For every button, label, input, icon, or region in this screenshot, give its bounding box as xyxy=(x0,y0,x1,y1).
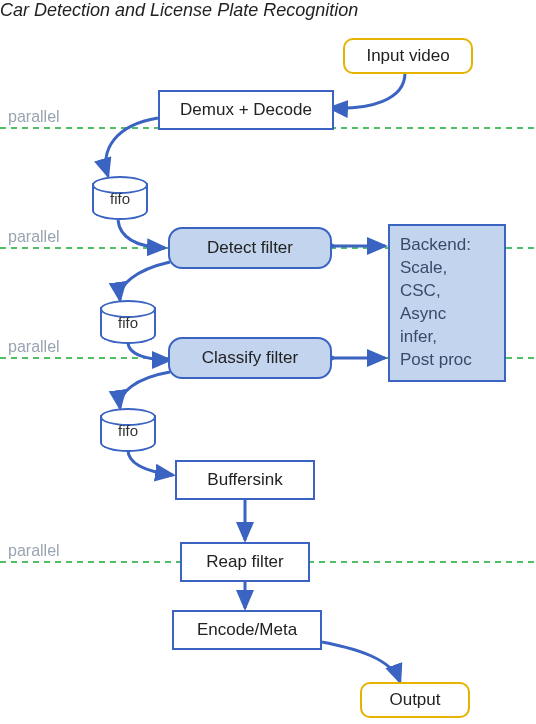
arrow-input-to-demux xyxy=(330,73,405,108)
node-classify-filter: Classify filter xyxy=(168,337,332,379)
diagram-canvas: Car Detection and License Plate Recognit… xyxy=(0,0,536,724)
fifo-label-1: fifo xyxy=(92,190,148,207)
arrow-classify-to-fifo3 xyxy=(120,372,170,408)
node-output: Output xyxy=(360,682,470,718)
arrow-fifo2-to-classify xyxy=(128,342,170,360)
node-backend: Backend: Scale, CSC, Async infer, Post p… xyxy=(388,224,506,382)
backend-line-1: CSC, xyxy=(400,280,494,303)
parallel-label-1: parallel xyxy=(8,108,60,126)
page-title: Car Detection and License Plate Recognit… xyxy=(0,0,358,21)
fifo-2: fifo xyxy=(100,300,156,344)
node-input-video: Input video xyxy=(343,38,473,74)
backend-line-4: Post proc xyxy=(400,349,494,372)
backend-line-3: infer, xyxy=(400,326,494,349)
fifo-label-3: fifo xyxy=(100,422,156,439)
parallel-label-3: parallel xyxy=(8,338,60,356)
parallel-label-4: parallel xyxy=(8,542,60,560)
arrow-fifo3-to-buffersink xyxy=(128,450,173,475)
fifo-3: fifo xyxy=(100,408,156,452)
node-demux-decode: Demux + Decode xyxy=(158,90,334,130)
node-reap-filter: Reap filter xyxy=(180,542,310,582)
arrow-encode-to-output xyxy=(310,640,400,682)
fifo-label-2: fifo xyxy=(100,314,156,331)
arrow-fifo1-to-detect xyxy=(118,220,165,248)
arrow-detect-to-fifo2 xyxy=(120,262,170,300)
parallel-label-2: parallel xyxy=(8,228,60,246)
backend-line-0: Scale, xyxy=(400,257,494,280)
node-buffersink: Buffersink xyxy=(175,460,315,500)
fifo-1: fifo xyxy=(92,176,148,220)
backend-title: Backend: xyxy=(400,234,494,257)
backend-line-2: Async xyxy=(400,303,494,326)
node-encode-meta: Encode/Meta xyxy=(172,610,322,650)
node-detect-filter: Detect filter xyxy=(168,227,332,269)
arrow-demux-to-fifo1 xyxy=(106,118,158,176)
